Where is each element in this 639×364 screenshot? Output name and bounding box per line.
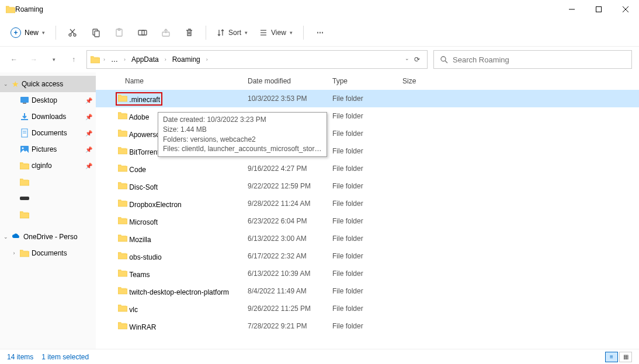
chevron-down-icon[interactable]: ⌄ <box>2 81 9 87</box>
file-name: WinRAR <box>129 323 156 331</box>
quick-access-header[interactable]: ⌄ ★ Quick access <box>0 76 96 92</box>
sidebar-item[interactable] <box>0 190 96 206</box>
folder-icon <box>91 55 100 64</box>
search-box[interactable] <box>433 50 632 69</box>
close-button[interactable] <box>612 0 639 19</box>
details-view-toggle[interactable]: ≡ <box>605 352 618 362</box>
file-type: File folder <box>332 147 402 155</box>
file-row[interactable]: Teams6/13/2022 10:39 AMFile folder <box>96 265 639 282</box>
svg-point-29 <box>22 148 24 149</box>
file-row[interactable]: Mozilla6/13/2022 3:00 AMFile folder <box>96 230 639 247</box>
titlebar: Roaming <box>0 0 639 19</box>
crumb-roaming[interactable]: Roaming <box>170 54 203 65</box>
crumb-appdata[interactable]: AppData <box>129 54 161 65</box>
file-row[interactable]: twitch-desktop-electron-platform8/4/2022… <box>96 282 639 300</box>
file-name: Code <box>129 166 146 174</box>
share-button <box>155 22 176 43</box>
file-type: File folder <box>332 235 402 243</box>
sidebar-item-downloads[interactable]: Downloads 📌 <box>0 108 96 125</box>
file-name: DropboxElectron <box>129 201 181 209</box>
pin-icon: 📌 <box>85 97 92 104</box>
chevron-right-icon: › <box>102 57 106 62</box>
svg-line-7 <box>70 29 74 34</box>
file-type: File folder <box>332 94 402 103</box>
folder-icon <box>118 94 127 102</box>
file-name: .minecraft <box>129 96 160 104</box>
file-row[interactable]: Microsoft6/23/2022 6:04 PMFile folder <box>96 212 639 230</box>
onedrive-icon <box>12 232 21 242</box>
more-button[interactable]: ⋯ <box>310 22 331 43</box>
file-type: File folder <box>332 252 402 260</box>
sidebar-item-desktop[interactable]: Desktop 📌 <box>0 92 96 108</box>
file-name: Mozilla <box>129 236 151 244</box>
sidebar-item[interactable] <box>0 174 96 190</box>
pictures-icon <box>20 145 29 154</box>
sidebar-item-clginfo[interactable]: clginfo 📌 <box>0 158 96 174</box>
sort-button[interactable]: Sort ▾ <box>212 26 252 39</box>
copy-button[interactable] <box>85 22 106 43</box>
folder-icon <box>20 161 29 170</box>
file-date: 9/26/2022 11:25 PM <box>248 304 332 313</box>
cut-button[interactable] <box>62 22 83 43</box>
history-dropdown[interactable]: ⌄ <box>405 55 409 64</box>
chevron-right-icon: › <box>123 57 127 62</box>
sidebar-item-od-documents[interactable]: › Documents <box>0 245 96 261</box>
col-date[interactable]: Date modified <box>248 77 332 86</box>
folder-icon <box>118 286 127 295</box>
onedrive-header[interactable]: ⌄ OneDrive - Perso <box>0 229 96 245</box>
up-button[interactable]: ↑ <box>67 52 81 66</box>
selected-count: 1 item selected <box>41 353 89 361</box>
sidebar-item-documents[interactable]: Documents 📌 <box>0 125 96 141</box>
file-type: File folder <box>332 270 402 278</box>
delete-button[interactable] <box>179 22 200 43</box>
file-type: File folder <box>332 304 402 313</box>
rename-button[interactable] <box>132 22 153 43</box>
file-row[interactable]: Code9/16/2022 4:27 PMFile folder <box>96 160 639 177</box>
svg-line-21 <box>445 61 447 63</box>
file-row[interactable]: Disc-Soft9/22/2022 12:59 PMFile folder <box>96 177 639 195</box>
refresh-button[interactable]: ⟳ <box>414 55 420 64</box>
folder-icon <box>118 251 127 260</box>
file-row[interactable]: vlc9/26/2022 11:25 PMFile folder <box>96 300 639 317</box>
maximize-button[interactable] <box>585 0 612 19</box>
back-button[interactable]: ← <box>7 52 21 66</box>
sidebar-item-pictures[interactable]: Pictures 📌 <box>0 141 96 158</box>
col-name[interactable]: Name <box>96 77 248 86</box>
file-row[interactable]: DropboxElectron9/28/2022 11:24 AMFile fo… <box>96 195 639 212</box>
toolbar: + New ▾ Sort ▾ View ▾ ⋯ <box>0 19 639 47</box>
chevron-right-icon[interactable]: › <box>11 250 18 256</box>
recent-dropdown[interactable]: ▾ <box>47 52 61 66</box>
address-bar[interactable]: › … › AppData › Roaming › ⌄ ⟳ <box>86 50 428 69</box>
star-icon: ★ <box>12 79 19 89</box>
folder-icon <box>118 129 127 137</box>
col-type[interactable]: Type <box>332 77 402 86</box>
thumbnails-view-toggle[interactable]: ▦ <box>619 352 632 362</box>
file-row[interactable]: .minecraft10/3/2022 3:53 PMFile folder <box>96 90 639 107</box>
view-button[interactable]: View ▾ <box>255 26 297 39</box>
svg-rect-23 <box>23 103 26 104</box>
search-input[interactable] <box>453 55 626 64</box>
chevron-down-icon[interactable]: ⌄ <box>2 234 9 240</box>
crumb-ellipsis[interactable]: … <box>109 54 120 65</box>
plus-icon: + <box>11 27 21 38</box>
file-date: 9/28/2022 11:24 AM <box>248 200 332 208</box>
new-button[interactable]: + New ▾ <box>6 25 50 40</box>
folder-icon <box>118 304 127 312</box>
window-title: Roaming <box>15 5 43 13</box>
sidebar-item[interactable] <box>0 206 96 223</box>
minimize-button[interactable] <box>558 0 585 19</box>
quick-access-label: Quick access <box>22 80 63 88</box>
paste-button <box>109 22 130 43</box>
folder-icon <box>20 177 29 187</box>
desktop-icon <box>20 96 29 105</box>
folder-icon <box>118 234 127 242</box>
file-name: Teams <box>129 271 150 279</box>
folder-icon <box>20 249 29 258</box>
file-date: 6/23/2022 6:04 PM <box>248 217 332 225</box>
file-row[interactable]: WinRAR7/28/2022 9:21 PMFile folder <box>96 317 639 335</box>
file-row[interactable]: obs-studio6/17/2022 2:32 AMFile folder <box>96 247 639 265</box>
col-size[interactable]: Size <box>402 77 437 86</box>
svg-point-4 <box>69 34 71 36</box>
chevron-down-icon: ▾ <box>290 30 293 36</box>
file-date: 10/3/2022 3:53 PM <box>248 94 332 103</box>
